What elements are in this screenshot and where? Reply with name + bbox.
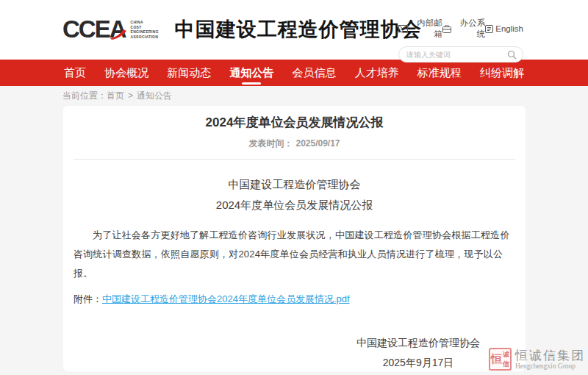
document-org-heading: 中国建设工程造价管理协会 — [74, 179, 515, 190]
signature-organization: 中国建设工程造价管理协会 — [356, 333, 480, 353]
article-paragraph: 为了让社会各方更好地了解工程造价咨询行业发展状况，中国建设工程造价管理协会根据工… — [74, 226, 515, 283]
nav-item-home[interactable]: 首页 — [62, 60, 87, 86]
article-card: 2024年度单位会员发展情况公报 发表时间：2025/09/17 中国建设工程造… — [63, 106, 526, 371]
site-title: 中国建设工程造价管理协会 — [175, 16, 422, 43]
logo-red-swoosh-icon — [110, 29, 129, 40]
nav-item-notices[interactable]: 通知公告 — [228, 60, 275, 86]
signature-block: 中国建设工程造价管理协会 2025年9月17日 — [356, 333, 480, 373]
seal-char: 信 — [503, 360, 509, 369]
logo-cceatext: CCEA — [62, 16, 126, 43]
watermark-name: 恒诚信集团 — [515, 349, 585, 362]
nav-item-association-overview[interactable]: 协会概况 — [103, 60, 150, 86]
english-link[interactable]: English — [485, 24, 523, 33]
attachment-row: 附件：中国建设工程造价管理协会2024年度单位会员发展情况.pdf — [74, 292, 515, 307]
breadcrumb-prefix: 当前位置： — [62, 90, 107, 101]
nav-item-dispute-mediation[interactable]: 纠纷调解 — [478, 60, 526, 86]
attachment-pdf-link[interactable]: 中国建设工程造价管理协会2024年度单位会员发展情况.pdf — [102, 293, 350, 304]
mail-icon — [398, 25, 408, 32]
nav-item-news[interactable]: 新闻动态 — [165, 60, 212, 86]
utility-link-label: 内部邮箱 — [410, 18, 442, 40]
main-nav: 首页 协会概况 新闻动态 通知公告 会员信息 人才培养 标准规程 纠纷调解 — [0, 60, 588, 86]
seal-char: 诚 — [503, 350, 509, 360]
attachment-label: 附件： — [74, 293, 102, 304]
logo-subtext: CHINA COST ENGINEERING ASSOCIATION — [131, 20, 159, 39]
article-title: 2024年度单位会员发展情况公报 — [74, 115, 515, 131]
office-system-link[interactable]: 办公系统 — [442, 18, 486, 40]
publish-date-row: 发表时间：2025/09/17 — [74, 137, 515, 150]
breadcrumb-separator: > — [128, 90, 133, 101]
breadcrumb-home-link[interactable]: 首页 — [107, 90, 124, 101]
utility-links-row: 内部邮箱 办公系统 English — [398, 18, 523, 40]
language-icon — [485, 25, 493, 33]
search-icon[interactable] — [507, 50, 517, 60]
top-utility-area: 内部邮箱 办公系统 English — [398, 18, 523, 63]
seal-char: 恒 — [491, 350, 502, 368]
signature-date: 2025年9月17日 — [356, 353, 480, 373]
publish-date-label: 发表时间： — [248, 138, 293, 149]
publish-date-value: 2025/09/17 — [295, 138, 340, 149]
nav-item-talent-training[interactable]: 人才培养 — [354, 60, 401, 86]
internal-mail-link[interactable]: 内部邮箱 — [398, 18, 442, 40]
hengchengxin-seal-icon: 恒 诚 信 — [489, 348, 512, 371]
nav-item-standards[interactable]: 标准规程 — [416, 60, 463, 86]
document-title-heading: 2024年度单位会员发展情况公报 — [74, 199, 515, 211]
office-icon — [442, 25, 451, 33]
utility-link-label: English — [495, 24, 523, 33]
watermark-name-en: Hengchengxin Group — [515, 362, 585, 371]
breadcrumb-current-link[interactable]: 通知公告 — [137, 90, 172, 101]
nav-items-row: 首页 协会概况 新闻动态 通知公告 会员信息 人才培养 标准规程 纠纷调解 — [62, 60, 526, 86]
utility-link-label: 办公系统 — [453, 18, 486, 40]
breadcrumb: 当前位置：首页>通知公告 — [0, 86, 588, 106]
nav-item-member-info[interactable]: 会员信息 — [291, 60, 338, 86]
search-input[interactable] — [406, 51, 507, 59]
title-divider — [74, 159, 515, 160]
site-logo[interactable]: CCEA CHINA COST ENGINEERING ASSOCIATION … — [62, 16, 422, 43]
logo-sub-line: ASSOCIATION — [131, 35, 159, 40]
hengchengxin-watermark: 恒 诚 信 恒诚信集团 Hengchengxin Group — [489, 348, 585, 371]
watermark-text: 恒诚信集团 Hengchengxin Group — [515, 349, 585, 371]
top-header: CCEA CHINA COST ENGINEERING ASSOCIATION … — [0, 0, 588, 60]
